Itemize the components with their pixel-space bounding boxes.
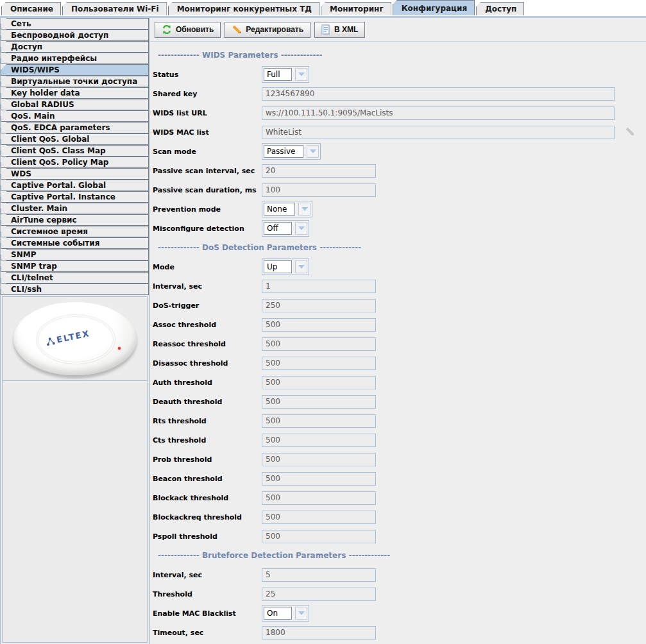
field-label: Cts threshold	[153, 436, 262, 445]
input-interval-sec[interactable]: 1	[262, 280, 376, 293]
sidebar-item-client-qos-policy-map[interactable]: Client QoS. Policy Map	[1, 157, 149, 168]
input-deauth-threshold[interactable]: 500	[262, 395, 376, 409]
tab-конфигурация[interactable]: Конфигурация	[393, 0, 475, 15]
input-interval-sec[interactable]: 5	[262, 568, 376, 582]
refresh-button[interactable]: Обновить	[155, 22, 221, 38]
sidebar-item-client-qos-class-map[interactable]: Client QoS. Class Map	[1, 145, 149, 157]
input-timeout-sec[interactable]: 1800	[262, 626, 376, 640]
sidebar-item-cluster-main[interactable]: Cluster. Main	[1, 203, 149, 214]
sidebar-item-wids-wips[interactable]: WIDS/WIPS	[1, 64, 149, 76]
dropdown-button[interactable]	[295, 260, 307, 273]
sidebar-item-airtune-сервис[interactable]: AirTune сервис	[1, 214, 149, 226]
form-row: Scan modePassive	[153, 142, 646, 161]
form-row: Deauth threshold500	[153, 392, 646, 411]
edit-disabled-pencil-icon[interactable]	[624, 126, 635, 139]
input-auth-threshold[interactable]: 500	[262, 376, 376, 389]
sidebar-item-беспроводной-доступ[interactable]: Беспроводной доступ	[1, 30, 149, 41]
tab-доступ[interactable]: Доступ	[476, 2, 524, 15]
form-row: Disassoc threshold500	[153, 353, 646, 373]
form-row: Beacon threshold500	[153, 469, 646, 488]
dropdown-button[interactable]	[295, 68, 307, 81]
input-rts-threshold[interactable]: 500	[262, 414, 376, 428]
field-label: Deauth threshold	[153, 398, 262, 406]
input-pspoll-threshold[interactable]: 500	[262, 530, 376, 543]
dropdown-mode[interactable]: Up	[262, 258, 309, 275]
sidebar-item-snmp[interactable]: SNMP	[1, 249, 149, 260]
chevron-down-icon	[298, 226, 305, 230]
sidebar-item-системное-время[interactable]: Системное время	[1, 226, 149, 237]
dropdown-status[interactable]: Full	[262, 66, 309, 83]
sidebar-item-системные-события[interactable]: Системные события	[1, 237, 149, 249]
to-xml-button[interactable]: В XML	[314, 22, 365, 38]
sidebar: СетьБеспроводной доступДоступРадио интер…	[0, 18, 149, 644]
dropdown-misconfigure-detection[interactable]: Off	[262, 220, 309, 237]
input-dos-trigger[interactable]: 250	[262, 299, 376, 312]
input-reassoc-threshold[interactable]: 500	[262, 337, 376, 351]
sidebar-item-виртуальные-точки-доступа[interactable]: Виртуальные точки доступа	[1, 76, 149, 87]
sidebar-item-captive-portal-instance[interactable]: Captive Portal. Instance	[1, 191, 149, 203]
dropdown-button[interactable]	[307, 145, 319, 158]
input-passive-scan-duration-ms[interactable]: 100	[262, 183, 376, 197]
field-label: Interval, sec	[153, 571, 262, 579]
form-row: Passive scan duration, ms100	[153, 180, 646, 199]
dropdown-button[interactable]	[295, 607, 307, 620]
edit-button[interactable]: Редактировать	[225, 22, 310, 38]
form-row: DoS-trigger250	[153, 296, 646, 315]
input-cts-threshold[interactable]: 500	[262, 434, 376, 447]
tab-пользователи-wi-fi[interactable]: Пользователи Wi-Fi	[62, 2, 167, 15]
input-shared-key[interactable]: 1234567890	[262, 87, 615, 101]
sidebar-item-wds[interactable]: WDS	[1, 168, 149, 180]
sidebar-item-qos-edca-parameters[interactable]: QoS. EDCA parameters	[1, 122, 149, 133]
tab-мониторинг-конкурентных-тд[interactable]: Мониторинг конкурентных ТД	[168, 2, 319, 15]
sidebar-item-cli-ssh[interactable]: CLI/ssh	[1, 284, 149, 295]
form-row: Rts threshold500	[153, 411, 646, 430]
input-disassoc-threshold[interactable]: 500	[262, 357, 376, 370]
refresh-icon	[162, 24, 172, 35]
sidebar-item-captive-portal-global[interactable]: Captive Portal. Global	[1, 180, 149, 191]
tab-описание[interactable]: Описание	[1, 2, 61, 15]
sidebar-item-key-holder-data[interactable]: Key holder data	[1, 87, 149, 99]
field-label: Passive scan interval, sec	[153, 167, 262, 175]
input-wids-list-url[interactable]: ws://100.111.50.1:9095/MacLists	[262, 106, 615, 120]
access-point-disc: ELTEX	[13, 302, 137, 375]
input-wids-mac-list[interactable]: WhiteList	[262, 126, 615, 139]
chevron-down-icon	[302, 207, 308, 211]
form-row: Interval, sec1	[153, 276, 646, 296]
sidebar-item-client-qos-global[interactable]: Client QoS. Global	[1, 133, 149, 145]
dropdown-prevention-mode[interactable]: None	[262, 201, 312, 217]
sidebar-item-радио-интерфейсы[interactable]: Радио интерфейсы	[1, 53, 149, 64]
sidebar-item-global-radius[interactable]: Global RADIUS	[1, 99, 149, 110]
status-led	[118, 347, 121, 350]
field-label: Pspoll threshold	[153, 532, 262, 541]
sidebar-item-snmp-trap[interactable]: SNMP trap	[1, 260, 149, 272]
chevron-down-icon	[298, 72, 305, 76]
sidebar-item-cli-telnet[interactable]: CLI/telnet	[1, 272, 149, 284]
dropdown-scan-mode[interactable]: Passive	[262, 143, 321, 160]
config-form: ------------- WIDS Parameters ----------…	[150, 42, 646, 644]
field-label: Scan mode	[153, 148, 262, 156]
chevron-down-icon	[310, 149, 316, 153]
form-row: Timeout, sec1800	[153, 623, 646, 642]
input-assoc-threshold[interactable]: 500	[262, 318, 376, 332]
field-label: Enable MAC Blacklist	[153, 609, 262, 618]
dropdown-enable-mac-blacklist[interactable]: On	[262, 605, 309, 622]
field-label: Shared key	[153, 90, 262, 98]
sidebar-item-сеть[interactable]: Сеть	[1, 18, 149, 30]
form-row: Passive scan interval, sec20	[153, 161, 646, 180]
field-label: Disassoc threshold	[153, 359, 262, 368]
form-row: Pspoll threshold500	[153, 527, 646, 546]
input-blockackreq-threshold[interactable]: 500	[262, 511, 376, 524]
dropdown-button[interactable]	[295, 222, 307, 235]
tab-мониторинг[interactable]: Мониторинг	[321, 2, 391, 15]
field-label: WIDS list URL	[153, 109, 262, 117]
dropdown-button[interactable]	[298, 203, 310, 216]
input-blockack-threshold[interactable]: 500	[262, 491, 376, 505]
form-row: Auth threshold500	[153, 373, 646, 392]
input-prob-threshold[interactable]: 500	[262, 453, 376, 466]
section-header: ------------- Bruteforce Detection Param…	[153, 546, 646, 565]
input-passive-scan-interval-sec[interactable]: 20	[262, 164, 376, 178]
sidebar-item-доступ[interactable]: Доступ	[1, 41, 149, 53]
input-beacon-threshold[interactable]: 500	[262, 472, 376, 486]
sidebar-item-qos-main[interactable]: QoS. Main	[1, 110, 149, 122]
input-threshold[interactable]: 25	[262, 588, 376, 601]
